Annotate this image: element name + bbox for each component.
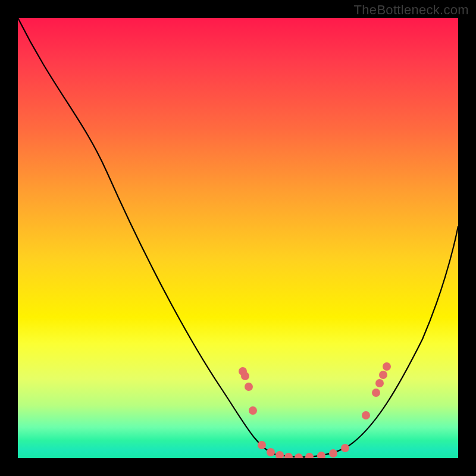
- curve-marker: [329, 449, 337, 458]
- watermark-text: TheBottleneck.com: [354, 2, 469, 18]
- curve-marker: [267, 448, 275, 456]
- curve-marker: [245, 383, 253, 391]
- curve-marker: [375, 379, 384, 387]
- curve-marker: [305, 453, 314, 458]
- curve-marker: [258, 441, 266, 449]
- curve-marker: [383, 362, 391, 371]
- curve-marker: [362, 411, 370, 419]
- plot-gradient-area: [18, 18, 458, 458]
- curve-marker: [295, 453, 303, 458]
- curve-marker: [317, 452, 325, 458]
- curve-marker: [249, 406, 257, 415]
- curve-marker: [275, 451, 284, 458]
- curve-markers: [239, 362, 391, 458]
- curve-marker: [372, 389, 380, 397]
- chart-frame: TheBottleneck.com: [0, 0, 476, 476]
- curve-layer: [18, 18, 458, 458]
- curve-marker: [379, 371, 387, 379]
- curve-marker: [284, 453, 293, 458]
- bottleneck-curve: [18, 18, 458, 457]
- curve-marker: [341, 444, 349, 452]
- curve-marker: [241, 372, 249, 380]
